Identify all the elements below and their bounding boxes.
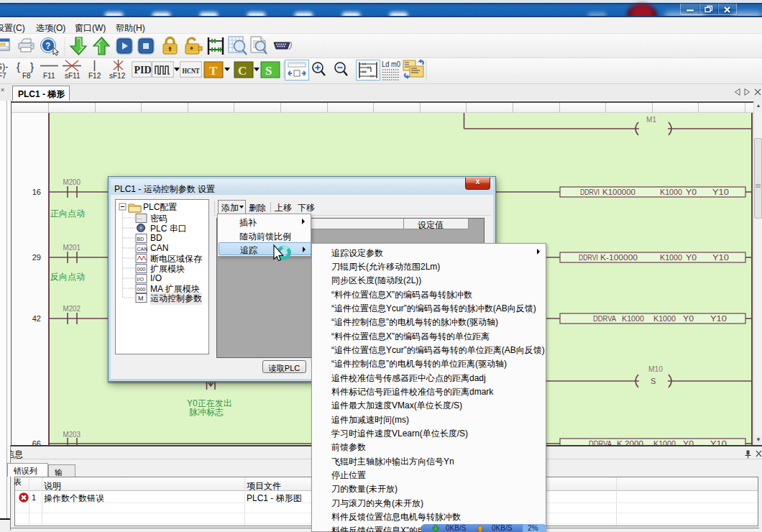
svg-text:K1000: K1000 (653, 439, 676, 446)
svg-text:CAN: CAN (137, 247, 148, 252)
svg-text:K1000: K1000 (653, 314, 676, 323)
svg-text:HCNT: HCNT (183, 66, 201, 75)
svg-text:Ld m0: Ld m0 (382, 60, 400, 68)
svg-text:?: ? (45, 41, 50, 51)
svg-text:sF12: sF12 (109, 72, 126, 80)
svg-text:(S)-: (S)- (0, 61, 9, 72)
svg-text:Y0: Y0 (683, 439, 694, 446)
svg-text:K-100000: K-100000 (600, 253, 638, 262)
svg-text:000: 000 (137, 267, 146, 272)
svg-text:S: S (265, 64, 272, 78)
svg-text:K 2000: K 2000 (617, 439, 643, 446)
svg-text:Y10: Y10 (710, 314, 727, 323)
svg-text:脉冲标志: 脉冲标志 (189, 407, 224, 417)
svg-text:C: C (238, 64, 247, 78)
svg-text:K100000: K100000 (602, 188, 635, 196)
svg-text:Y0: Y0 (683, 314, 694, 323)
svg-text:K1000: K1000 (660, 253, 682, 262)
svg-text:M202: M202 (63, 304, 81, 313)
svg-text:F12: F12 (88, 72, 101, 80)
svg-text:DDRVA: DDRVA (589, 439, 612, 446)
svg-text:M201: M201 (63, 243, 81, 252)
svg-text:正向点动: 正向点动 (50, 208, 85, 219)
svg-text:M10: M10 (648, 364, 663, 373)
svg-text:sF7: sF7 (0, 72, 6, 80)
svg-text:K1000: K1000 (622, 314, 644, 323)
svg-text:PID: PID (134, 65, 152, 75)
svg-text:DDRVI: DDRVI (579, 253, 598, 262)
svg-text:F8: F8 (22, 72, 31, 80)
svg-text:000: 000 (137, 287, 146, 292)
svg-text:BD: BD (137, 237, 144, 242)
svg-text:Y0: Y0 (686, 253, 697, 262)
svg-text:}: } (30, 60, 34, 73)
svg-text:T: T (209, 64, 218, 78)
svg-text:M1: M1 (646, 115, 656, 124)
svg-text:S: S (651, 377, 656, 385)
svg-text:sF11: sF11 (65, 72, 81, 80)
svg-text:DDRVI: DDRVI (580, 188, 600, 196)
svg-text:F11: F11 (43, 72, 55, 80)
svg-text:K1000: K1000 (660, 188, 682, 196)
svg-text:M: M (138, 295, 144, 302)
svg-text:{: { (17, 60, 20, 73)
svg-text:Y0: Y0 (686, 188, 697, 196)
svg-text:I/O: I/O (137, 277, 144, 282)
svg-text:M200: M200 (63, 178, 81, 186)
svg-text:Y10: Y10 (712, 188, 729, 196)
svg-text:反向点动: 反向点动 (50, 272, 85, 282)
svg-text:DDRVA: DDRVA (593, 314, 617, 323)
svg-text:M203: M203 (63, 430, 81, 439)
svg-text:Y10: Y10 (712, 253, 729, 262)
svg-text:···: ··· (137, 216, 142, 221)
svg-text:Y10: Y10 (710, 439, 727, 446)
